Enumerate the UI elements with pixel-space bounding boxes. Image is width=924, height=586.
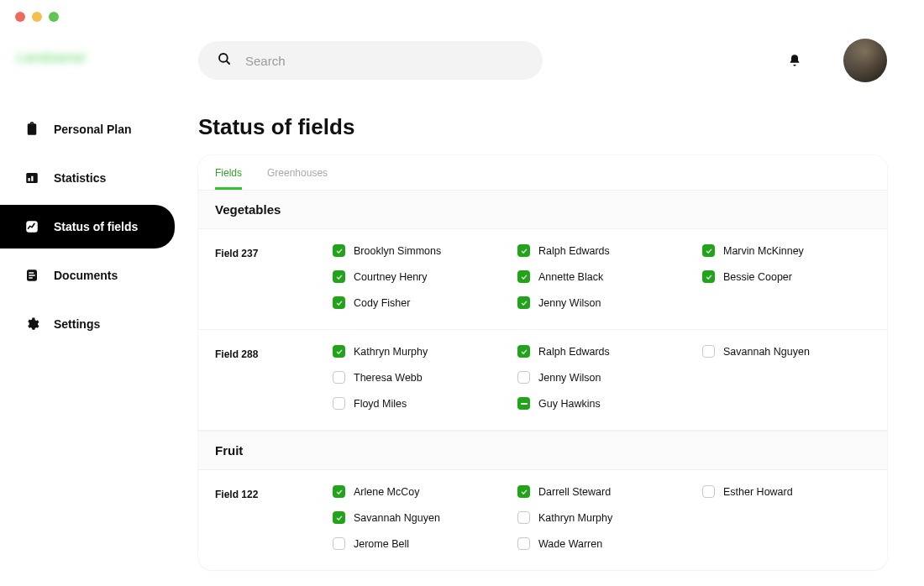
tabs: Fields Greenhouses bbox=[198, 155, 887, 190]
checkbox-checked-icon[interactable] bbox=[517, 270, 530, 283]
person-name: Cody Fisher bbox=[354, 297, 410, 309]
document-icon bbox=[24, 267, 40, 284]
sidebar-item-documents[interactable]: Documents bbox=[0, 254, 175, 297]
section-header-fruit: Fruit bbox=[198, 431, 887, 470]
sidebar-nav: Personal Plan Statistics Status of field… bbox=[0, 107, 175, 346]
checkbox-indeterminate-icon[interactable] bbox=[517, 397, 530, 410]
notifications-button[interactable] bbox=[786, 52, 803, 69]
tab-fields[interactable]: Fields bbox=[215, 167, 242, 190]
person-item: Kathryn Murphy bbox=[333, 345, 501, 358]
search-bar[interactable] bbox=[198, 41, 543, 80]
window-minimize-icon[interactable] bbox=[32, 12, 42, 22]
search-input[interactable] bbox=[245, 54, 524, 68]
checkbox-checked-icon[interactable] bbox=[333, 485, 345, 498]
checkbox-checked-icon[interactable] bbox=[333, 270, 345, 283]
person-name: Jenny Wilson bbox=[538, 297, 601, 309]
sidebar-item-statistics[interactable]: Statistics bbox=[0, 156, 175, 200]
person-item: Courtney Henry bbox=[333, 270, 501, 283]
user-avatar[interactable] bbox=[843, 39, 887, 82]
sidebar-item-personal-plan[interactable]: Personal Plan bbox=[0, 107, 175, 151]
person-item: Theresa Webb bbox=[333, 371, 501, 384]
sidebar-item-label: Settings bbox=[54, 317, 100, 331]
person-name: Floyd Miles bbox=[354, 398, 407, 410]
person-item: Wade Warren bbox=[517, 537, 685, 550]
person-item: Bessie Cooper bbox=[702, 270, 870, 283]
sidebar-item-label: Statistics bbox=[54, 171, 106, 185]
person-item: Savannah Nguyen bbox=[333, 511, 501, 524]
fields-card: Fields Greenhouses Vegetables Field 237 … bbox=[198, 155, 887, 570]
people-grid: Arlene McCoy Darrell Steward Esther Howa… bbox=[333, 485, 870, 550]
person-name: Bessie Cooper bbox=[723, 271, 792, 283]
checkbox-unchecked-icon[interactable] bbox=[333, 537, 345, 550]
person-item: Ralph Edwards bbox=[517, 244, 685, 257]
checkbox-checked-icon[interactable] bbox=[702, 270, 715, 283]
person-name: Theresa Webb bbox=[354, 372, 423, 384]
person-name: Brooklyn Simmons bbox=[354, 245, 441, 257]
person-name: Ralph Edwards bbox=[538, 245, 610, 257]
search-icon bbox=[217, 51, 232, 70]
person-name: Marvin McKinney bbox=[723, 245, 804, 257]
checkbox-unchecked-icon[interactable] bbox=[333, 397, 345, 410]
tab-greenhouses[interactable]: Greenhouses bbox=[267, 167, 328, 190]
people-grid: Kathryn Murphy Ralph Edwards Savannah Ng… bbox=[333, 345, 870, 410]
checkbox-unchecked-icon[interactable] bbox=[702, 345, 715, 358]
svg-line-10 bbox=[227, 61, 229, 64]
window-close-icon[interactable] bbox=[15, 12, 25, 22]
person-name: Kathryn Murphy bbox=[538, 512, 612, 524]
checkbox-checked-icon[interactable] bbox=[517, 244, 530, 257]
gear-icon bbox=[24, 316, 40, 332]
person-name: Savannah Nguyen bbox=[723, 346, 810, 358]
checkbox-checked-icon[interactable] bbox=[702, 244, 715, 257]
clipboard-icon bbox=[24, 121, 40, 138]
header bbox=[198, 22, 887, 82]
field-row: Field 288 Kathryn Murphy Ralph Edwards S… bbox=[198, 330, 887, 431]
checkbox-checked-icon[interactable] bbox=[517, 485, 530, 498]
person-name: Guy Hawkins bbox=[538, 398, 601, 410]
person-name: Ralph Edwards bbox=[538, 346, 610, 358]
person-name: Courtney Henry bbox=[354, 271, 428, 283]
checkbox-checked-icon[interactable] bbox=[333, 345, 345, 358]
window-maximize-icon[interactable] bbox=[49, 12, 59, 22]
svg-rect-2 bbox=[31, 176, 33, 181]
page-title: Status of fields bbox=[198, 114, 887, 140]
section-header-vegetables: Vegetables bbox=[198, 190, 887, 229]
svg-rect-7 bbox=[29, 275, 35, 276]
checkbox-unchecked-icon[interactable] bbox=[517, 537, 530, 550]
sidebar-item-status-of-fields[interactable]: Status of fields bbox=[0, 205, 175, 249]
person-name: Annette Black bbox=[538, 271, 603, 283]
person-item: Esther Howard bbox=[702, 485, 870, 498]
person-item: Guy Hawkins bbox=[517, 397, 685, 410]
statistics-icon bbox=[24, 170, 40, 186]
person-name: Savannah Nguyen bbox=[354, 512, 440, 524]
person-item: Jenny Wilson bbox=[517, 371, 685, 384]
sidebar-item-label: Status of fields bbox=[54, 220, 138, 233]
field-row: Field 237 Brooklyn Simmons Ralph Edwards… bbox=[198, 229, 887, 330]
checkbox-unchecked-icon[interactable] bbox=[702, 485, 715, 498]
person-name: Jerome Bell bbox=[354, 538, 409, 550]
fields-list: Vegetables Field 237 Brooklyn Simmons Ra… bbox=[198, 190, 887, 570]
checkbox-checked-icon[interactable] bbox=[517, 345, 530, 358]
checkbox-checked-icon[interactable] bbox=[517, 296, 530, 309]
checkbox-checked-icon[interactable] bbox=[333, 296, 345, 309]
sidebar-item-label: Documents bbox=[54, 269, 118, 282]
bell-icon bbox=[788, 53, 801, 68]
person-item: Cody Fisher bbox=[333, 296, 501, 309]
sidebar-item-settings[interactable]: Settings bbox=[0, 302, 175, 346]
svg-rect-6 bbox=[29, 272, 34, 274]
field-label: Field 288 bbox=[215, 345, 333, 410]
person-item: Savannah Nguyen bbox=[702, 345, 870, 358]
person-item: Kathryn Murphy bbox=[517, 511, 685, 524]
person-item: Brooklyn Simmons bbox=[333, 244, 501, 257]
person-name: Darrell Steward bbox=[538, 486, 611, 498]
person-item: Jerome Bell bbox=[333, 537, 501, 550]
checkbox-unchecked-icon[interactable] bbox=[333, 371, 345, 384]
checkbox-unchecked-icon[interactable] bbox=[517, 511, 530, 524]
svg-rect-8 bbox=[29, 277, 33, 279]
checkbox-checked-icon[interactable] bbox=[333, 511, 345, 524]
app-logo: Landowner bbox=[17, 50, 175, 65]
checkbox-unchecked-icon[interactable] bbox=[517, 371, 530, 384]
person-item: Marvin McKinney bbox=[702, 244, 870, 257]
checkbox-checked-icon[interactable] bbox=[333, 244, 345, 257]
person-name: Kathryn Murphy bbox=[354, 346, 428, 358]
person-name: Arlene McCoy bbox=[354, 486, 420, 498]
